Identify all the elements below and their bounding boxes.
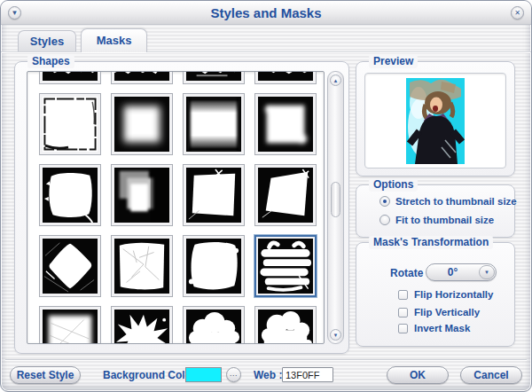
radio-fit-label: Fit to thumbnail size — [395, 215, 494, 225]
mask-thumbnail-list — [27, 71, 325, 344]
mask-thumbnail-crumpled-paper[interactable] — [111, 235, 173, 297]
mask-transformation-group: Mask's Transformation Rotate : 0° ▼ Flip… — [356, 242, 515, 347]
mask-image — [258, 168, 313, 223]
mask-image — [114, 239, 169, 294]
flip-horizontally-label: Flip Horizontally — [414, 289, 493, 300]
mask-image — [43, 71, 98, 81]
preview-photo — [406, 78, 465, 164]
mask-thumbnail-soft-vignette[interactable] — [111, 93, 173, 155]
radio-stretch-to-thumbnail[interactable]: Stretch to thumbnail size — [379, 196, 517, 207]
options-group-label: Options — [369, 178, 418, 192]
mask-image — [186, 97, 241, 152]
chevron-down-icon: ▼ — [12, 9, 19, 17]
mask-thumbnail-tilted-sheet[interactable] — [254, 164, 317, 226]
mask-thumbnail-layered-rectangles[interactable] — [111, 164, 173, 226]
ok-button[interactable]: OK — [387, 366, 449, 384]
mask-image — [258, 239, 313, 294]
scroll-up-icon: ▲ — [333, 78, 339, 83]
mask-thumbnail-splatter-burst[interactable] — [111, 306, 173, 344]
flip-vertically-label: Flip Vertically — [414, 307, 480, 318]
mask-thumbnail-grain-fade[interactable] — [183, 93, 245, 155]
title-bar: ▼ Styles and Masks ✕ — [1, 1, 531, 25]
radio-stretch-label: Stretch to thumbnail size — [395, 196, 517, 207]
scrollbar-thumb[interactable] — [331, 182, 340, 217]
mask-image — [258, 97, 313, 152]
mask-thumbnail-pinned-sheet[interactable] — [183, 164, 245, 226]
mask-image — [43, 97, 98, 152]
mask-image — [258, 71, 313, 81]
mask-image — [186, 310, 241, 344]
mask-thumbnail-soft-crease[interactable] — [39, 306, 101, 344]
color-picker-more-button[interactable]: ... — [226, 367, 241, 382]
mask-thumbnail-torn-edge-2[interactable] — [111, 71, 173, 84]
shapes-group: Shapes ▲ ▼ — [14, 61, 349, 354]
tab-masks-label: Masks — [97, 34, 132, 47]
options-group: Options Stretch to thumbnail size Fit to… — [356, 184, 515, 238]
mask-image — [43, 310, 98, 344]
web-color-input[interactable] — [282, 367, 333, 382]
mask-image — [258, 310, 313, 344]
tab-masks[interactable]: Masks — [81, 28, 147, 52]
mask-thumbnail-rough-square[interactable] — [183, 235, 245, 297]
dropdown-arrow-button[interactable]: ▼ — [479, 265, 495, 279]
mask-transformation-group-label: Mask's Transformation — [369, 236, 493, 249]
mask-thumbnail-torn-edge-4[interactable] — [254, 71, 317, 84]
shapes-scrollbar[interactable]: ▲ ▼ — [327, 71, 344, 344]
mask-thumbnail-round-blob-2[interactable] — [254, 306, 317, 344]
mask-image — [114, 71, 169, 81]
radio-fit-to-thumbnail[interactable]: Fit to thumbnail size — [379, 215, 494, 225]
mask-image — [43, 239, 98, 294]
tab-styles[interactable]: Styles — [18, 30, 76, 51]
checkbox-invert-mask[interactable]: Invert Mask — [398, 323, 470, 333]
mask-thumbnail-fuzzy-square[interactable] — [254, 93, 317, 155]
mask-image — [186, 239, 241, 294]
checkbox-icon[interactable] — [398, 324, 408, 333]
reset-style-button[interactable]: Reset Style — [10, 366, 81, 384]
background-color-swatch[interactable] — [185, 367, 222, 382]
chevron-down-icon: ▼ — [484, 270, 489, 275]
ellipsis-icon: ... — [230, 369, 238, 378]
mask-thumbnail-brush-square[interactable] — [39, 164, 101, 226]
web-color-label: Web : — [254, 369, 282, 381]
mask-thumbnail-thin-grunge-border[interactable] — [39, 93, 101, 155]
scroll-down-button[interactable]: ▼ — [330, 329, 341, 341]
dialog-title: Styles and Masks — [1, 1, 531, 25]
mask-thumbnail-round-blob-1[interactable] — [183, 306, 245, 344]
scroll-up-button[interactable]: ▲ — [330, 74, 341, 86]
mask-thumbnail-torn-edge-3[interactable] — [183, 71, 245, 84]
mask-thumbnail-torn-edge-1[interactable] — [39, 71, 101, 84]
styles-and-masks-dialog: ▼ Styles and Masks ✕ Styles Masks Shapes… — [0, 0, 532, 392]
radio-button-icon[interactable] — [379, 215, 390, 225]
invert-mask-label: Invert Mask — [414, 323, 470, 333]
mask-thumbnail-brush-strokes[interactable] — [254, 235, 317, 297]
tab-styles-label: Styles — [30, 35, 64, 48]
mask-thumbnail-diamond[interactable] — [39, 235, 101, 297]
checkbox-icon[interactable] — [398, 290, 408, 300]
rotate-value: 0° — [426, 266, 479, 278]
footer-divider — [5, 359, 527, 361]
rotate-label: Rotate : — [390, 267, 430, 279]
mask-image — [114, 310, 169, 344]
scroll-down-icon: ▼ — [333, 333, 339, 338]
cancel-button[interactable]: Cancel — [460, 366, 522, 384]
close-button[interactable]: ✕ — [511, 6, 524, 20]
preview-box — [364, 73, 506, 169]
mask-image — [114, 168, 169, 223]
checkbox-icon[interactable] — [398, 308, 408, 318]
shapes-group-label: Shapes — [27, 55, 74, 68]
checkbox-flip-vertically[interactable]: Flip Vertically — [398, 307, 480, 318]
checkbox-flip-horizontally[interactable]: Flip Horizontally — [398, 289, 493, 300]
mask-image — [186, 168, 241, 223]
mask-image — [114, 97, 169, 152]
mask-image — [43, 168, 98, 223]
preview-group: Preview — [356, 61, 515, 176]
preview-group-label: Preview — [369, 55, 418, 68]
radio-button-icon[interactable] — [379, 196, 390, 207]
minimize-button[interactable]: ▼ — [8, 6, 21, 20]
close-icon: ✕ — [514, 9, 520, 17]
mask-image — [186, 71, 241, 81]
rotate-dropdown[interactable]: 0° ▼ — [426, 263, 497, 281]
